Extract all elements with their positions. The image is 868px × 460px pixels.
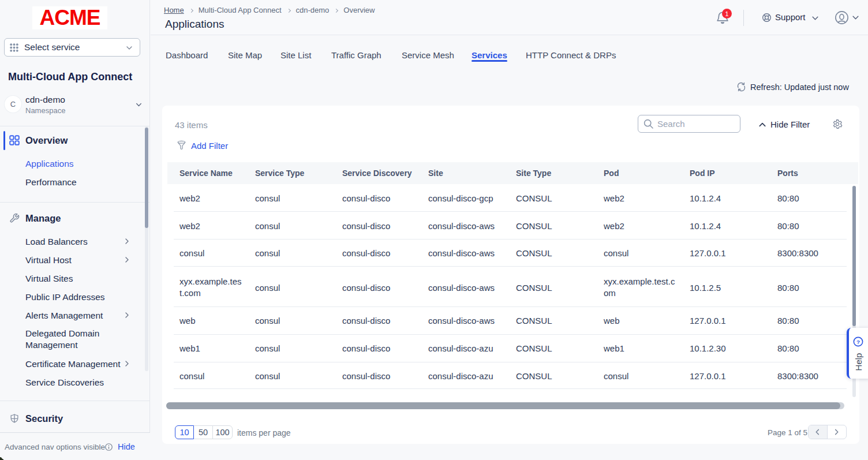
svg-text:Help: Help bbox=[854, 353, 863, 371]
